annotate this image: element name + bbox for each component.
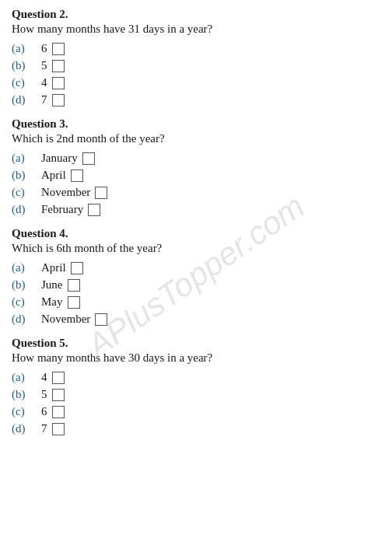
question-text-q5: How many months have 30 days in a year? — [12, 351, 380, 365]
checkbox-q2-1[interactable] — [52, 60, 65, 72]
checkbox-q4-3[interactable] — [95, 313, 107, 326]
checkbox-q5-2[interactable] — [52, 406, 65, 418]
question-block-q2: Question 2.How many months have 31 days … — [12, 8, 380, 107]
option-text-q5-0: 4 — [41, 371, 47, 384]
option-row-q2-1: (b)5 — [12, 59, 380, 72]
questions-container: Question 2.How many months have 31 days … — [12, 8, 380, 435]
option-row-q5-3: (d)7 — [12, 422, 380, 435]
checkbox-q5-0[interactable] — [52, 372, 65, 384]
question-title-q2: Question 2. — [12, 8, 380, 21]
option-text-q2-1: 5 — [41, 59, 47, 72]
option-text-q2-2: 4 — [41, 76, 47, 89]
option-text-q3-1: April — [41, 169, 66, 182]
checkbox-q2-3[interactable] — [52, 94, 65, 107]
checkbox-q2-2[interactable] — [52, 77, 65, 89]
option-row-q3-3: (d)February — [12, 203, 380, 216]
option-row-q4-3: (d)November — [12, 313, 380, 326]
option-row-q4-1: (b)June — [12, 278, 380, 292]
option-row-q3-2: (c)November — [12, 186, 380, 199]
option-text-q5-1: 5 — [41, 388, 47, 401]
option-row-q3-1: (b)April — [12, 169, 380, 182]
option-row-q2-3: (d)7 — [12, 93, 380, 107]
option-label-q4-2: (c) — [12, 295, 37, 309]
option-row-q4-2: (c)May — [12, 295, 380, 309]
option-text-q4-0: April — [41, 261, 66, 274]
question-block-q4: Question 4.Which is 6th month of the yea… — [12, 227, 380, 326]
checkbox-q5-3[interactable] — [52, 423, 65, 435]
checkbox-q4-2[interactable] — [68, 296, 80, 309]
option-label-q2-2: (c) — [12, 76, 37, 89]
option-text-q2-3: 7 — [41, 93, 47, 107]
option-text-q4-3: November — [41, 313, 90, 326]
checkbox-q3-3[interactable] — [88, 204, 100, 216]
option-label-q2-0: (a) — [12, 42, 37, 55]
option-label-q4-1: (b) — [12, 278, 37, 292]
option-text-q3-3: February — [41, 203, 83, 216]
checkbox-q2-0[interactable] — [52, 43, 65, 55]
option-text-q4-2: May — [41, 295, 63, 309]
option-label-q2-3: (d) — [12, 93, 37, 107]
checkbox-q5-1[interactable] — [52, 389, 65, 401]
question-text-q4: Which is 6th month of the year? — [12, 242, 380, 255]
checkbox-q4-1[interactable] — [68, 279, 80, 292]
checkbox-q3-1[interactable] — [71, 169, 83, 182]
option-row-q2-0: (a)6 — [12, 42, 380, 55]
option-row-q3-0: (a)January — [12, 152, 380, 165]
option-text-q5-3: 7 — [41, 422, 47, 435]
option-row-q5-2: (c)6 — [12, 405, 380, 418]
question-title-q5: Question 5. — [12, 337, 380, 350]
option-label-q5-1: (b) — [12, 388, 37, 401]
question-text-q3: Which is 2nd month of the year? — [12, 132, 380, 145]
option-text-q3-0: January — [41, 152, 78, 165]
checkbox-q3-2[interactable] — [95, 187, 107, 199]
option-row-q4-0: (a)April — [12, 261, 380, 274]
question-text-q2: How many months have 31 days in a year? — [12, 23, 380, 36]
option-row-q2-2: (c)4 — [12, 76, 380, 89]
question-block-q5: Question 5.How many months have 30 days … — [12, 337, 380, 435]
option-label-q3-0: (a) — [12, 152, 37, 165]
option-text-q5-2: 6 — [41, 405, 47, 418]
option-text-q4-1: June — [41, 278, 63, 292]
question-title-q4: Question 4. — [12, 227, 380, 240]
option-label-q4-3: (d) — [12, 313, 37, 326]
option-text-q3-2: November — [41, 186, 90, 199]
option-row-q5-1: (b)5 — [12, 388, 380, 401]
option-label-q4-0: (a) — [12, 261, 37, 274]
option-label-q2-1: (b) — [12, 59, 37, 72]
option-label-q3-1: (b) — [12, 169, 37, 182]
checkbox-q4-0[interactable] — [71, 262, 83, 274]
question-block-q3: Question 3.Which is 2nd month of the yea… — [12, 117, 380, 216]
question-title-q3: Question 3. — [12, 117, 380, 131]
option-text-q2-0: 6 — [41, 42, 47, 55]
option-label-q5-3: (d) — [12, 422, 37, 435]
option-label-q3-3: (d) — [12, 203, 37, 216]
checkbox-q3-0[interactable] — [82, 152, 95, 165]
option-label-q3-2: (c) — [12, 186, 37, 199]
option-row-q5-0: (a)4 — [12, 371, 380, 384]
option-label-q5-2: (c) — [12, 405, 37, 418]
option-label-q5-0: (a) — [12, 371, 37, 384]
